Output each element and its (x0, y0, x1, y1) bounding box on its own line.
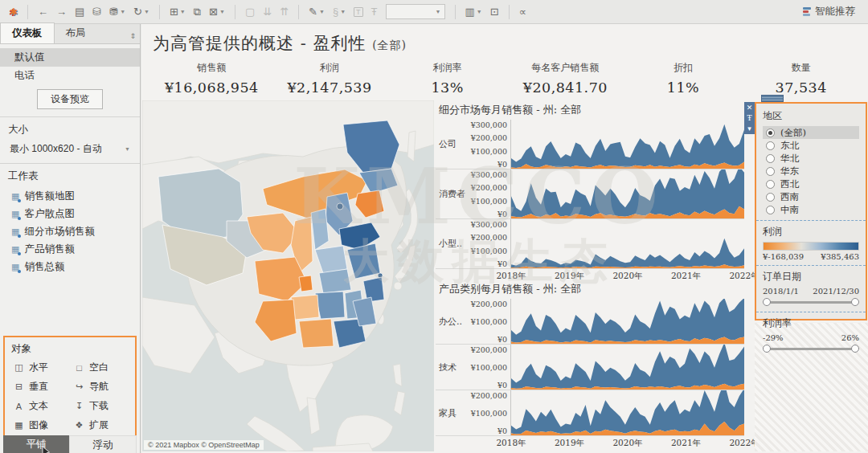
sort-descending-button[interactable]: ⇈ (276, 5, 292, 19)
toolbar-separator (298, 5, 299, 19)
object-item-空白[interactable]: □空白 (72, 360, 129, 375)
date-range-slider[interactable] (763, 297, 859, 308)
toolbar-combo-box[interactable]: ▼ (386, 4, 445, 19)
object-item-文本[interactable]: A文本 (11, 398, 68, 414)
chevron-down-icon: ▼ (180, 9, 186, 14)
chevron-down-icon: ▼ (436, 9, 441, 14)
sidebar-worksheet-item[interactable]: ▦产品销售额 (8, 240, 132, 258)
map-attribution[interactable]: © 2021 Mapbox © OpenStreetMap (144, 440, 264, 450)
region-radio-华北[interactable]: 华北 (763, 152, 859, 165)
floating-button[interactable]: 浮动 (69, 435, 137, 453)
y-tick-label: ¥100,000 (471, 247, 507, 255)
area-chart-plot[interactable] (511, 169, 744, 218)
panel-drag-handle[interactable] (761, 95, 784, 102)
presentation-mode-button[interactable]: ⊡ (487, 5, 502, 19)
y-tick-label: ¥200,000 (471, 233, 507, 242)
highlight-button[interactable]: ✎▼ (305, 5, 328, 19)
size-section: 大小 最小 1000x620 - 自动 ▼ (0, 116, 140, 163)
radio-icon (766, 180, 775, 189)
area-chart-plot[interactable] (511, 299, 744, 344)
smart-recommend-button[interactable]: 智能推荐 (803, 5, 862, 18)
object-item-扩展[interactable]: ❖扩展 (72, 418, 129, 433)
text-label-button[interactable]: T (350, 6, 366, 18)
new-data-source-button[interactable]: ⛁ (89, 5, 104, 19)
ratio-max: 26% (841, 333, 859, 342)
device-preview-button[interactable]: 设备预览 (37, 89, 103, 109)
kpi-value: 11% (624, 80, 743, 96)
pin-icon[interactable]: Ŧ (747, 113, 751, 123)
object-item-垂直[interactable]: ⊟垂直 (11, 379, 68, 394)
sidebar-worksheet-item[interactable]: ▦细分市场销售额 (8, 222, 132, 240)
toolbar-separator (455, 5, 456, 19)
save-button[interactable]: ▤ (72, 5, 88, 19)
kpi-利润率: 利润率13% (388, 61, 506, 96)
chevron-down-icon: ▼ (219, 9, 225, 14)
region-radio-(全部)[interactable]: (全部) (763, 126, 859, 139)
area-chart-plot[interactable] (511, 219, 744, 268)
region-radio-东北[interactable]: 东北 (763, 139, 859, 152)
region-radio-西北[interactable]: 西北 (763, 178, 859, 190)
save-icon: ▤ (75, 6, 84, 18)
share-button[interactable]: ∝ (516, 5, 530, 19)
object-item-下载[interactable]: ↧下载 (72, 398, 129, 414)
kpi-value: ¥16,068,954 (153, 80, 271, 96)
objects-label: 对象 (11, 342, 129, 356)
x-tick-label: 2021年 (671, 438, 701, 449)
duplicate-button[interactable]: ⧉ (190, 5, 204, 19)
tab-dashboard[interactable]: 仪表板 (0, 22, 55, 43)
run-update-button[interactable]: ↻▼ (130, 5, 153, 19)
y-tick-label: ¥0 (497, 381, 507, 390)
ratio-slider-left-handle[interactable] (763, 345, 771, 353)
new-worksheet-button[interactable]: ⊞▼ (166, 5, 189, 19)
china-sales-map[interactable] (142, 100, 434, 451)
region-radio-华东[interactable]: 华东 (763, 165, 859, 178)
annotation-button[interactable]: §▼ (330, 5, 349, 19)
ratio-slider-right-handle[interactable] (851, 345, 859, 353)
worksheet-label: 细分市场销售额 (24, 225, 95, 239)
size-select[interactable]: 最小 1000x620 - 自动 ▼ (8, 141, 132, 157)
object-item-水平[interactable]: ◫水平 (11, 360, 68, 375)
kpi-label: 折扣 (624, 61, 743, 75)
area-chart-plot[interactable] (511, 345, 744, 390)
sidebar-worksheet-item[interactable]: ▦客户散点图 (8, 205, 132, 222)
area-chart-plot[interactable] (511, 390, 744, 435)
redo-button[interactable]: → (53, 5, 70, 19)
slider-track (766, 301, 856, 304)
clear-sheet-button[interactable]: ⊠▼ (206, 5, 228, 19)
pane-collapse-icon[interactable]: ⇕ (129, 32, 140, 43)
worksheet-label: 产品销售额 (24, 243, 75, 256)
profit-color-legend[interactable] (763, 242, 859, 251)
sort-ascending-button[interactable]: ⇊ (260, 5, 275, 19)
region-radio-西南[interactable]: 西南 (763, 190, 859, 203)
object-item-图像[interactable]: ▦图像 (11, 418, 68, 433)
kpi-折扣: 折扣11% (624, 61, 743, 96)
date-filter-label: 订单日期 (763, 270, 859, 284)
undo-button[interactable]: ← (35, 5, 51, 19)
filter-panel: ✕ Ŧ ▾ 地区 (全部)东北华北华东西北西南中南 利润 ¥-168,039 ¥… (755, 102, 867, 320)
product-chart-title: 产品类别每月销售额 - 州: 全部 (436, 280, 744, 299)
fit-button[interactable]: ▥▼ (462, 5, 485, 19)
region-radio-中南[interactable]: 中南 (763, 203, 859, 216)
pause-auto-updates-button[interactable]: ⛃▼ (106, 5, 129, 19)
tiled-button[interactable]: 平铺 (3, 435, 69, 453)
date-slider-right-handle[interactable] (851, 298, 859, 306)
chevron-down-icon[interactable]: ▾ (747, 124, 751, 133)
close-icon[interactable]: ✕ (747, 103, 753, 112)
sidebar-worksheet-item[interactable]: ▦销售额地图 (8, 187, 132, 205)
device-default-row[interactable]: 默认值 (0, 48, 140, 67)
clear-selection-button[interactable]: ▢ (242, 5, 258, 19)
region-radio-label: 西南 (780, 191, 799, 203)
tab-layout[interactable]: 布局 (55, 23, 97, 43)
sales-map-panel[interactable]: © 2021 Mapbox © OpenStreetMap (142, 100, 434, 451)
pin-button[interactable]: Ŧ (368, 5, 381, 19)
object-item-导航[interactable]: ↪导航 (72, 379, 129, 394)
device-phone-row[interactable]: 电话 (0, 67, 140, 85)
sidebar-worksheet-item[interactable]: ▦销售总额 (8, 258, 132, 275)
tableau-logo-button[interactable]: ✱ (6, 5, 21, 19)
y-tick-label: ¥0 (497, 259, 507, 268)
date-slider-left-handle[interactable] (763, 298, 771, 306)
chevron-down-icon: ▼ (125, 146, 130, 152)
ratio-range-slider[interactable] (763, 344, 859, 354)
area-chart-plot[interactable] (511, 120, 744, 169)
y-tick-label: ¥0 (497, 210, 507, 218)
